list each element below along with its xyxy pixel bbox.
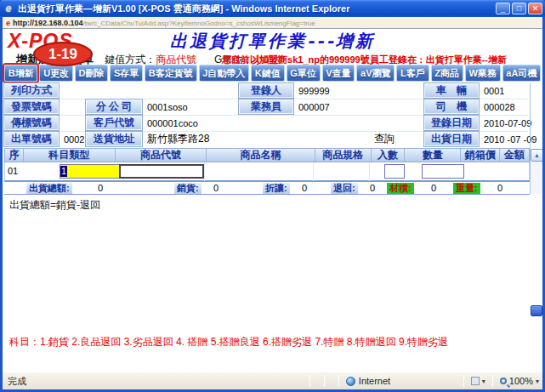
volume-value: 0 bbox=[431, 183, 436, 194]
salesman-label: 業務員 bbox=[239, 99, 293, 114]
table-scrollbar: ▲ bbox=[531, 149, 542, 194]
zoom-level: 100% bbox=[509, 376, 533, 386]
customer-code-label: 客戶代號 bbox=[86, 116, 142, 130]
key-mode-label: 鍵值方式： bbox=[105, 54, 156, 65]
total-formula: 出貨總額=銷貨-退回 bbox=[9, 198, 100, 213]
item-row: 01 1 bbox=[4, 162, 530, 181]
volume-label: 材積: bbox=[387, 183, 414, 194]
status-bar: 完成 Internet ▾ 100% ▾ bbox=[3, 372, 542, 389]
items-table-header: 序 科目類型 商品代號 商品名稱 商品規格 入數 數量 銷箱價 金額 bbox=[4, 148, 530, 162]
sales-value: 0 bbox=[213, 183, 219, 194]
col-seq: 序 bbox=[5, 149, 24, 162]
page-scroll-button[interactable] bbox=[531, 305, 542, 316]
col-spec: 商品規格 bbox=[315, 149, 372, 162]
status-text: 完成 bbox=[6, 375, 26, 388]
qty-input[interactable] bbox=[422, 164, 464, 179]
vehicle-value: 0001 bbox=[484, 83, 504, 98]
delivery-address-label: 送貨地址 bbox=[86, 132, 142, 146]
toolbar-button-autofill[interactable]: J自動帶入 bbox=[199, 65, 250, 82]
ship-date-label: 出貨日期 bbox=[424, 132, 479, 146]
globe-icon bbox=[346, 377, 355, 386]
total-value: 0 bbox=[98, 183, 103, 194]
branch-value: 0001soso bbox=[147, 99, 188, 114]
order-no-label: 出單號碼 bbox=[4, 132, 59, 146]
url-host: http://192.168.0.104 bbox=[13, 19, 83, 27]
page-icon: e bbox=[6, 19, 10, 27]
discount-label: 折讓: bbox=[263, 183, 290, 194]
zoom-caret-icon: ▾ bbox=[536, 378, 539, 385]
registrant-value: 999999 bbox=[298, 83, 330, 98]
toolbar: B增新 U更改 D刪除 S存單 B客定貨號 J自動帶入 K鍵值 G單位 V查量 … bbox=[4, 65, 541, 82]
minimize-button[interactable]: _ bbox=[496, 3, 510, 14]
toolbar-button-delete[interactable]: D刪除 bbox=[75, 65, 108, 82]
query-link[interactable]: 查詢 bbox=[374, 132, 395, 146]
magnifier-icon bbox=[500, 378, 507, 384]
sales-label: 銷貨: bbox=[174, 183, 202, 194]
key-mode-value: 商品代號 bbox=[156, 54, 196, 65]
notes-line1: 科目：1.銷貨 2.良品退回 3.劣品退回 4. 搭贈 5.搭贈良退 6.搭贈劣… bbox=[9, 335, 463, 349]
toolbar-button-save[interactable]: S存單 bbox=[110, 65, 143, 82]
return-value: 0 bbox=[370, 183, 375, 194]
toolbar-button-customer[interactable]: L客戶 bbox=[396, 65, 429, 82]
driver-label: 司 機 bbox=[424, 99, 479, 114]
protected-mode-icon bbox=[471, 377, 480, 385]
weight-label: 重量: bbox=[453, 183, 480, 194]
reg-date-label: 登錄日期 bbox=[424, 116, 479, 130]
toolbar-button-keyvalue[interactable]: K鍵值 bbox=[251, 65, 284, 82]
col-qty: 數量 bbox=[405, 149, 461, 162]
toolbar-button-query-qty[interactable]: V查量 bbox=[322, 65, 355, 82]
summary-row: 出貨總額: 0 銷貨: 0 折讓: 0 退回: 0 材積: 0 重量: 0 bbox=[4, 181, 530, 195]
col-subject: 科目類型 bbox=[24, 149, 116, 162]
col-box-price: 銷箱價 bbox=[461, 149, 500, 162]
protected-mode-control[interactable]: ▾ bbox=[471, 377, 485, 385]
titlebar: e 出退貨打單作業—增新V1.00 [X-POS 雲通商務網] - Window… bbox=[0, 0, 545, 17]
print-mode-label: 列印方式 bbox=[4, 83, 59, 98]
col-pack: 入數 bbox=[372, 149, 406, 162]
product-code-input[interactable] bbox=[119, 164, 204, 179]
maximize-button[interactable]: □ bbox=[512, 3, 526, 14]
col-code: 商品代號 bbox=[116, 149, 207, 162]
toolbar-button-product[interactable]: Z商品 bbox=[431, 65, 463, 82]
toolbar-button-driver[interactable]: aA司機 bbox=[502, 65, 542, 82]
subject-code-notes: 科目：1.銷貨 2.良品退回 3.劣品退回 4. 搭贈 5.搭贈良退 6.搭贈劣… bbox=[9, 308, 463, 372]
toolbar-button-update[interactable]: U更改 bbox=[39, 65, 72, 82]
customer-code-value: 000001coco bbox=[147, 116, 198, 130]
invoice-no-label: 發票號碼 bbox=[4, 99, 59, 114]
zoom-control[interactable]: 100% ▾ bbox=[500, 376, 539, 386]
row-seq: 01 bbox=[8, 166, 18, 176]
security-zone: Internet bbox=[346, 376, 457, 386]
reg-date-value: 2010-07-09 bbox=[484, 116, 531, 130]
driver-value: 000028 bbox=[484, 99, 515, 114]
return-label: 退回: bbox=[331, 183, 358, 194]
zone-label: Internet bbox=[359, 376, 390, 386]
registrant-label: 登錄人 bbox=[239, 83, 293, 98]
discount-value: 0 bbox=[302, 183, 307, 194]
toolbar-button-custom-code[interactable]: B客定貨號 bbox=[145, 65, 196, 82]
total-label: 出貨總額: bbox=[26, 183, 72, 194]
toolbar-button-browse[interactable]: aV瀏覽 bbox=[356, 65, 395, 82]
window-controls: _ □ ✕ bbox=[496, 3, 542, 14]
toolbar-button-add[interactable]: B增新 bbox=[4, 65, 37, 82]
annotation-balloon: 1-19 bbox=[33, 42, 93, 66]
branch-label: 分 公 司 bbox=[86, 99, 142, 114]
toolbar-button-unit[interactable]: G單位 bbox=[287, 65, 321, 82]
col-amount: 金額 bbox=[500, 149, 529, 162]
caret-down-icon: ▾ bbox=[482, 378, 485, 385]
window-title: 出退貨打單作業—增新V1.00 [X-POS 雲通商務網] - Windows … bbox=[18, 3, 496, 15]
col-name: 商品名稱 bbox=[207, 149, 315, 162]
toolbar-button-sales[interactable]: W業務 bbox=[465, 65, 501, 82]
voucher-no-label: 傳標號碼 bbox=[4, 116, 59, 130]
order-form: 列印方式 登錄人 999999 車 輛 0001 發票號碼 分 公 司 0001… bbox=[3, 83, 542, 148]
page-content: X-POS 出退貨打單作業---增新 增新加盟出貨單 鍵值方式：商品代號 G單位… bbox=[3, 29, 542, 372]
subject-type-value: 1 bbox=[60, 166, 67, 177]
address-url[interactable]: http://192.168.0.104/tw/c_CData/ChuTuiAd… bbox=[13, 19, 315, 27]
vehicle-label: 車 輛 bbox=[424, 83, 479, 98]
close-button[interactable]: ✕ bbox=[528, 3, 542, 14]
pack-qty-input[interactable] bbox=[384, 164, 405, 179]
scroll-up-arrow[interactable]: ▲ bbox=[531, 149, 542, 162]
url-path: /tw/c_CData/ChuTuiAdd.asp?KeyItemnoGodno… bbox=[83, 20, 315, 27]
internet-explorer-icon: e bbox=[3, 3, 14, 14]
weight-value: 0 bbox=[497, 183, 502, 194]
address-bar: e http://192.168.0.104/tw/c_CData/ChuTui… bbox=[3, 17, 542, 29]
salesman-value: 000007 bbox=[298, 99, 330, 114]
